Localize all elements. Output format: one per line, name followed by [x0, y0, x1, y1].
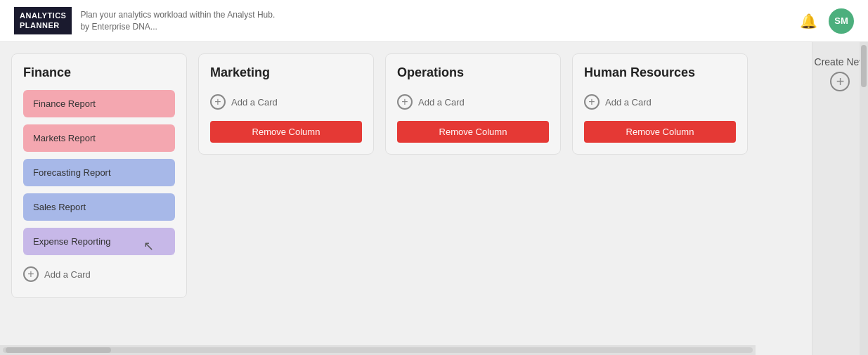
column-human-resources: Human Resources + Add a Card Remove Colu… — [572, 53, 748, 155]
card-markets-report[interactable]: Markets Report — [23, 124, 175, 152]
create-new-label: Create New — [815, 56, 867, 67]
header-subtitle: Plan your analytics workload within the … — [80, 9, 275, 33]
scrollbar-thumb[interactable] — [6, 347, 111, 353]
column-finance: Finance Finance Report Markets Report Fo… — [11, 53, 187, 298]
column-operations: Operations + Add a Card Remove Column — [385, 53, 561, 155]
add-card-plus-icon: + — [584, 94, 600, 110]
card-sales-report[interactable]: Sales Report — [23, 193, 175, 221]
vertical-scrollbar[interactable] — [860, 42, 868, 355]
scrollbar-track — [3, 347, 753, 353]
remove-column-operations-button[interactable]: Remove Column — [397, 121, 549, 143]
create-new-button[interactable]: Create New + — [815, 56, 867, 91]
app-header: ANALYTICS PLANNER Plan your analytics wo… — [0, 0, 868, 42]
add-card-plus-icon: + — [23, 266, 39, 282]
column-title-finance: Finance — [23, 65, 175, 80]
column-title-marketing: Marketing — [210, 65, 362, 80]
notification-bell-icon[interactable]: 🔔 — [800, 13, 817, 30]
add-card-operations-button[interactable]: + Add a Card — [397, 90, 549, 114]
add-card-finance-button[interactable]: + Add a Card — [23, 262, 175, 286]
card-finance-report[interactable]: Finance Report — [23, 90, 175, 117]
logo: ANALYTICS PLANNER — [14, 7, 72, 34]
add-card-plus-icon: + — [397, 94, 413, 110]
right-sidebar: Create New + — [812, 42, 868, 355]
avatar[interactable]: SM — [829, 8, 854, 34]
header-right: 🔔 SM — [800, 8, 854, 34]
main-content: Finance Finance Report Markets Report Fo… — [0, 42, 868, 355]
horizontal-scrollbar[interactable] — [0, 345, 756, 355]
card-forecasting-report[interactable]: Forecasting Report — [23, 159, 175, 186]
create-new-plus-icon: + — [830, 72, 850, 91]
column-marketing: Marketing + Add a Card Remove Column — [198, 53, 374, 155]
remove-column-marketing-button[interactable]: Remove Column — [210, 121, 362, 143]
vertical-scrollbar-thumb[interactable] — [861, 45, 867, 87]
column-title-hr: Human Resources — [584, 65, 736, 80]
add-card-hr-button[interactable]: + Add a Card — [584, 90, 736, 114]
card-expense-reporting[interactable]: Expense Reporting ↖ — [23, 228, 175, 255]
add-card-marketing-button[interactable]: + Add a Card — [210, 90, 362, 114]
column-title-operations: Operations — [397, 65, 549, 80]
logo-area: ANALYTICS PLANNER Plan your analytics wo… — [14, 7, 275, 34]
remove-column-hr-button[interactable]: Remove Column — [584, 121, 736, 143]
add-card-plus-icon: + — [210, 94, 226, 110]
board-area: Finance Finance Report Markets Report Fo… — [0, 42, 812, 355]
